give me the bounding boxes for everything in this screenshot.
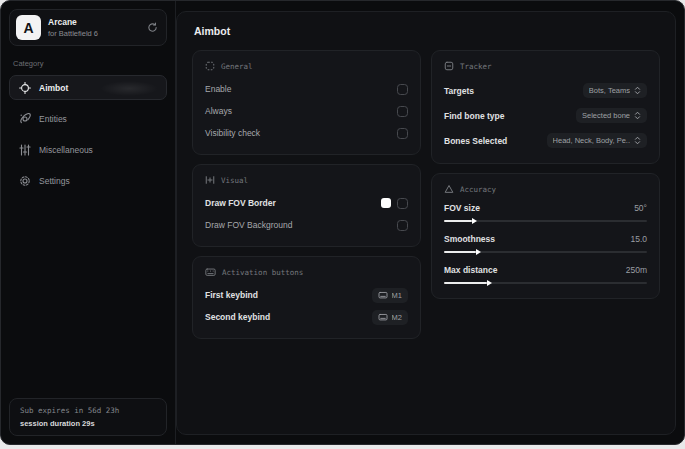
sidebar-nav: Aimbot Entities <box>9 75 167 193</box>
panel-visual-header: Visual <box>205 175 408 185</box>
keyboard-icon <box>205 267 216 277</box>
brand-card: A Arcane for Battlefield 6 <box>9 9 167 46</box>
bones-selected-dropdown[interactable]: Head, Neck, Body, Pe.. <box>547 133 647 148</box>
setting-row-enable: Enable <box>205 78 408 100</box>
panel-tracker: Tracker Targets Bots, Teams <box>431 50 660 164</box>
refresh-icon[interactable] <box>147 22 158 33</box>
color-swatch[interactable] <box>381 198 391 208</box>
dropdown-value: Head, Neck, Body, Pe.. <box>553 136 630 145</box>
unfold-icon <box>634 86 641 95</box>
sidebar-item-label: Entities <box>39 114 67 124</box>
keybind-value: M1 <box>392 291 402 300</box>
slider-fill <box>444 282 487 284</box>
slider-row-max-distance: Max distance 250m <box>444 263 647 288</box>
panel-title: Accuracy <box>460 185 496 194</box>
category-label: Category <box>13 59 163 68</box>
panel-title: Visual <box>221 176 248 185</box>
setting-row-always: Always <box>205 100 408 122</box>
setting-label: Find bone type <box>444 111 504 121</box>
setting-row-visibility-check: Visibility check <box>205 122 408 144</box>
setting-row-first-keybind: First keybind M1 <box>205 284 408 306</box>
slider-row-smoothness: Smoothness 15.0 <box>444 232 647 257</box>
sidebar-item-settings[interactable]: Settings <box>9 168 167 193</box>
setting-label: Enable <box>205 84 231 94</box>
panel-accuracy: Accuracy FOV size 50° Smoothness <box>431 173 660 299</box>
setting-row-find-bone-type: Find bone type Selected bone <box>444 103 647 128</box>
sliders-vertical-icon <box>19 144 31 156</box>
panel-title: General <box>221 62 253 71</box>
slider-fill <box>444 220 472 222</box>
first-keybind-button[interactable]: M1 <box>372 288 408 303</box>
fov-size-slider[interactable] <box>444 220 647 222</box>
slider-value: 50° <box>634 203 647 213</box>
panel-general-header: General <box>205 61 408 71</box>
unfold-icon <box>634 111 641 120</box>
app-subtitle: for Battlefield 6 <box>48 29 98 38</box>
setting-label: Always <box>205 106 232 116</box>
app-window: A Arcane for Battlefield 6 Category <box>0 0 685 445</box>
slider-row-fov-size: FOV size 50° <box>444 201 647 226</box>
sidebar-item-aimbot[interactable]: Aimbot <box>9 75 167 100</box>
slider-fill <box>444 251 476 253</box>
keyboard-icon <box>378 291 388 299</box>
setting-row-targets: Targets Bots, Teams <box>444 78 647 103</box>
triangle-icon <box>444 184 454 194</box>
draw-fov-background-checkbox[interactable] <box>397 220 408 231</box>
sidebar-item-entities[interactable]: Entities <box>9 106 167 131</box>
panel-tracker-header: Tracker <box>444 61 647 71</box>
sidebar-item-label: Aimbot <box>39 83 68 93</box>
sub-expires-text: Sub expires in 56d 23h <box>20 406 156 415</box>
dropdown-value: Selected bone <box>582 111 630 120</box>
panel-general: General Enable Always Visibility check <box>192 50 421 155</box>
app-logo: A <box>16 15 41 40</box>
setting-label: Draw FOV Background <box>205 220 292 230</box>
setting-label: Targets <box>444 86 474 96</box>
keyboard-icon <box>378 313 388 321</box>
page-title: Aimbot <box>194 25 660 37</box>
crosshair-icon <box>19 82 31 94</box>
setting-label: Draw FOV Border <box>205 198 276 208</box>
setting-row-second-keybind: Second keybind M2 <box>205 306 408 328</box>
enable-checkbox[interactable] <box>397 84 408 95</box>
targets-dropdown[interactable]: Bots, Teams <box>583 83 647 98</box>
draw-fov-border-checkbox[interactable] <box>397 198 408 209</box>
orbit-icon <box>19 113 31 125</box>
smoothness-slider[interactable] <box>444 251 647 253</box>
visibility-check-checkbox[interactable] <box>397 128 408 139</box>
panel-title: Activation buttons <box>222 268 303 277</box>
slider-value: 15.0 <box>630 234 647 244</box>
unfold-icon <box>634 136 641 145</box>
setting-label: Visibility check <box>205 128 260 138</box>
setting-row-draw-fov-border: Draw FOV Border <box>205 192 408 214</box>
setting-row-bones-selected: Bones Selected Head, Neck, Body, Pe.. <box>444 128 647 153</box>
slider-label: Max distance <box>444 265 497 275</box>
find-bone-type-dropdown[interactable]: Selected bone <box>576 108 647 123</box>
setting-label: Second keybind <box>205 312 270 322</box>
slider-label: FOV size <box>444 203 480 213</box>
always-checkbox[interactable] <box>397 106 408 117</box>
sidebar-item-label: Miscellaneous <box>39 145 93 155</box>
panel-activation-buttons: Activation buttons First keybind M1 <box>192 256 421 339</box>
app-name: Arcane <box>48 17 98 27</box>
session-duration-text: session duration 29s <box>20 419 156 428</box>
sidebar-item-label: Settings <box>39 176 70 186</box>
subscription-card: Sub expires in 56d 23h session duration … <box>9 398 167 436</box>
slider-value: 250m <box>626 265 647 275</box>
gear-icon <box>19 175 31 187</box>
panel-activation-header: Activation buttons <box>205 267 408 277</box>
setting-row-draw-fov-background: Draw FOV Background <box>205 214 408 236</box>
max-distance-slider[interactable] <box>444 282 647 284</box>
second-keybind-button[interactable]: M2 <box>372 310 408 325</box>
logo-letter: A <box>23 20 33 36</box>
panel-accuracy-header: Accuracy <box>444 184 647 194</box>
slider-label: Smoothness <box>444 234 495 244</box>
setting-label: Bones Selected <box>444 136 507 146</box>
setting-label: First keybind <box>205 290 258 300</box>
sidebar: A Arcane for Battlefield 6 Category <box>1 1 176 444</box>
sidebar-spacer <box>9 193 167 398</box>
keybind-value: M2 <box>392 313 402 322</box>
main-panel: Aimbot General Enable <box>176 11 676 435</box>
sidebar-item-miscellaneous[interactable]: Miscellaneous <box>9 137 167 162</box>
brand-text: Arcane for Battlefield 6 <box>48 17 98 38</box>
panel-visual: Visual Draw FOV Border Draw FOV Backgrou… <box>192 164 421 247</box>
